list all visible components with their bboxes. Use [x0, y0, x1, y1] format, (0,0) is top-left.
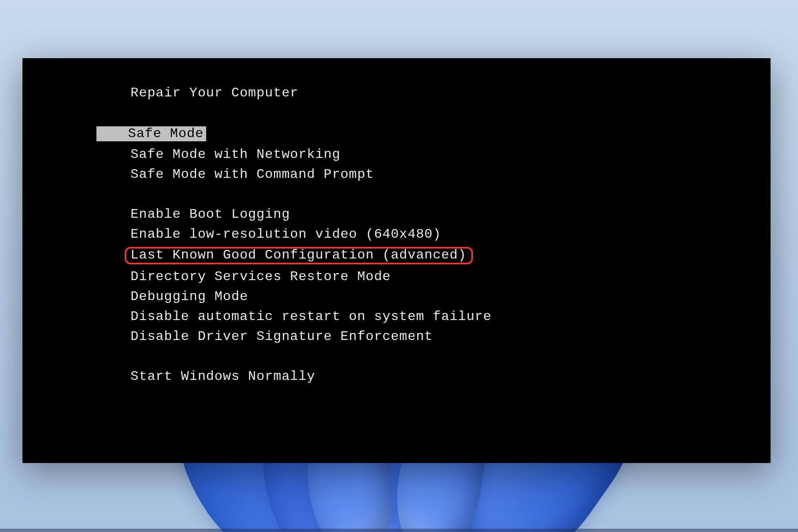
option-safe-mode-networking[interactable]: Safe Mode with Networking	[22, 145, 771, 165]
option-directory-services-restore[interactable]: Directory Services Restore Mode	[22, 267, 771, 287]
spacer	[22, 185, 771, 204]
option-enable-boot-logging[interactable]: Enable Boot Logging	[22, 204, 771, 224]
annotation-highlight-box: Last Known Good Configuration (advanced)	[125, 247, 473, 264]
option-safe-mode-command-prompt[interactable]: Safe Mode with Command Prompt	[22, 165, 771, 185]
taskbar-edge	[0, 529, 798, 532]
spacer	[22, 347, 771, 367]
option-disable-driver-signature[interactable]: Disable Driver Signature Enforcement	[22, 327, 771, 347]
option-low-resolution-video[interactable]: Enable low-resolution video (640x480)	[22, 224, 771, 244]
spacer	[22, 103, 771, 123]
option-debugging-mode[interactable]: Debugging Mode	[22, 287, 771, 307]
advanced-boot-options-screen: Repair Your Computer Safe Mode Safe Mode…	[22, 58, 771, 463]
option-safe-mode[interactable]: Safe Mode	[22, 123, 771, 145]
option-last-known-good-config[interactable]: Last Known Good Configuration (advanced)	[22, 244, 771, 267]
option-disable-automatic-restart[interactable]: Disable automatic restart on system fail…	[22, 307, 771, 327]
option-start-windows-normally[interactable]: Start Windows Normally	[22, 367, 771, 387]
boot-header: Repair Your Computer	[22, 83, 771, 103]
selected-highlight: Safe Mode	[96, 126, 206, 141]
